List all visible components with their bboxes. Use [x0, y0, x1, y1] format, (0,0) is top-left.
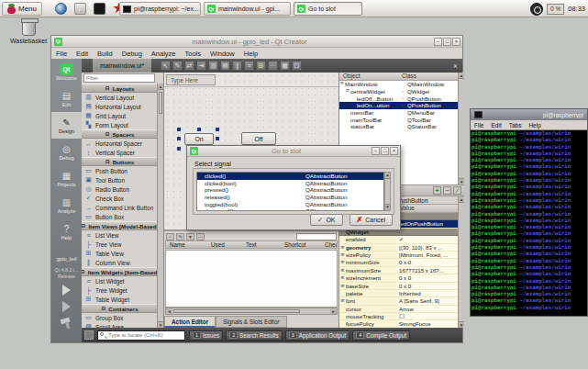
action-horizontal-scrollbar[interactable]: ◄ ► — [165, 308, 338, 315]
property-expander-icon[interactable]: ⊞ — [339, 244, 346, 251]
mode-button[interactable]: ▦ Projects — [51, 165, 82, 192]
property-value[interactable]: 0 x 0 — [396, 274, 458, 281]
terminal-menu-item[interactable]: Help — [525, 122, 544, 129]
column-object[interactable]: Object — [339, 73, 402, 80]
dialog-titlebar[interactable]: Qt Go to slot − □ × — [187, 146, 400, 157]
maximize-button[interactable]: □ — [443, 38, 451, 46]
property-row[interactable]: ⊞ font A [Sans Serif, 9] — [339, 297, 458, 305]
scroll-down-icon[interactable]: ▼ — [385, 204, 390, 210]
widget-box-row[interactable]: ▤ Horizontal Layout — [82, 102, 157, 111]
menu-type-here-stub[interactable]: Type Here — [166, 74, 216, 85]
taskbar-window-terminal[interactable]: pi@raspberrypi: ~/ex... — [119, 2, 201, 16]
toolbar-icon[interactable]: ⋯ — [268, 61, 278, 71]
qt-creator-titlebar[interactable]: Qt mainwindow.ui - gpio_led - Qt Creator… — [51, 36, 462, 48]
property-row[interactable]: mouseTracking ☐ — [339, 313, 458, 320]
property-row[interactable]: ⊞ sizePolicy [Minimum, Fixed, ... — [339, 252, 458, 259]
taskbar-window-qtcreator[interactable]: Qt mainwindow.ui - gpi... — [204, 2, 291, 16]
column-value[interactable]: Value — [396, 205, 458, 212]
property-row[interactable]: ⊞ sizeIncrement 0 x 0 — [339, 274, 458, 282]
widget-box-row[interactable]: ├ Tree Widget — [82, 285, 157, 295]
web-browser-icon[interactable] — [55, 3, 67, 15]
signal-list-item[interactable]: released() QAbstractButton — [197, 194, 383, 201]
output-pane-button[interactable]: 1 Issues — [189, 330, 223, 341]
maximize-button[interactable]: □ — [381, 147, 389, 155]
widget-box-row[interactable]: ⊟ Layouts — [82, 84, 157, 93]
property-expander-icon[interactable]: ⊞ — [339, 297, 346, 304]
widget-box-row[interactable]: ⊟ Spacers — [82, 129, 157, 139]
menu-button[interactable]: Menu — [2, 2, 42, 16]
menu-item[interactable]: Build — [93, 50, 117, 58]
file-manager-icon[interactable] — [74, 3, 86, 15]
signal-list-item[interactable]: clicked() QAbstractButton — [197, 173, 383, 180]
terminal-menu-item[interactable]: File — [471, 122, 487, 129]
widget-box-row[interactable]: ▥ Vertical Layout — [82, 93, 157, 102]
signal-list-item[interactable]: clicked(bool) QAbstractButton — [197, 180, 383, 187]
property-value[interactable]: ledOnPushButton — [396, 220, 458, 227]
property-value[interactable]: A [Sans Serif, 9] — [396, 297, 458, 304]
locator-input[interactable] — [97, 330, 185, 341]
run-button[interactable] — [62, 285, 71, 296]
selection-handle[interactable] — [216, 137, 219, 140]
widget-box-row[interactable]: ▭ Group Box — [82, 313, 157, 322]
signal-list-item[interactable]: toggled(bool) QAbstractButton — [197, 200, 383, 207]
property-row[interactable]: focusPolicy StrongFocus — [339, 320, 458, 328]
widget-box-row[interactable]: ▭ Push Button — [82, 166, 157, 175]
widget-filter-input[interactable] — [83, 73, 155, 83]
terminal-icon[interactable] — [94, 3, 105, 15]
signal-list-item[interactable]: destroyed() QObject — [197, 207, 383, 211]
property-row[interactable]: enabled ✓ — [339, 236, 458, 243]
widget-box-row[interactable]: ▭ Button Box — [82, 212, 157, 221]
toolbar-icon[interactable]: ↖ — [161, 61, 171, 71]
menu-item[interactable]: File — [51, 50, 72, 58]
mode-button[interactable]: ✎ Design — [51, 112, 82, 139]
object-tree-row[interactable]: ledOff...Button ▫ QPushButton — [339, 95, 458, 102]
bottom-pane-tab[interactable]: Signals & Slots Editor — [216, 316, 286, 328]
property-expander-icon[interactable]: ⊞ — [339, 283, 346, 289]
widget-box-row[interactable]: → Command Link Button — [82, 203, 157, 212]
close-button[interactable]: × — [452, 38, 460, 46]
widget-box-row[interactable]: ▚ Form Layout — [82, 120, 157, 129]
column-class[interactable]: Class — [402, 73, 458, 80]
widget-box-row[interactable]: ⊞ Table Widget — [82, 295, 157, 304]
taskbar-window-go-to-slot[interactable]: Qt Go to slot — [294, 2, 362, 16]
signal-list-scrollbar[interactable]: ▲ ▼ — [384, 172, 391, 211]
scroll-down-icon[interactable]: ▼ — [459, 178, 464, 184]
object-tree-row[interactable]: mainToolBar QToolBar — [339, 116, 458, 123]
property-editor-scrollbar[interactable]: ▲ ▼ — [458, 196, 464, 328]
property-expander-icon[interactable] — [339, 236, 346, 242]
property-value[interactable]: StrongFocus — [396, 320, 458, 327]
property-value[interactable]: Arrow — [396, 306, 458, 312]
property-expander-icon[interactable]: ⊞ — [339, 267, 346, 274]
toolbar-icon[interactable]: ▦ — [280, 61, 290, 71]
property-row[interactable]: ⊞ baseSize 0 x 0 — [339, 283, 458, 290]
property-value[interactable]: [(30, 110), 83 x ... — [396, 244, 458, 251]
clock[interactable]: 08:33 — [568, 5, 585, 13]
property-expander-icon[interactable]: ⊞ — [339, 259, 346, 265]
action-filter-input[interactable] — [296, 233, 337, 240]
scroll-thumb[interactable] — [159, 92, 162, 114]
pane-toolbar-icon[interactable]: + — [433, 186, 441, 195]
menu-item[interactable]: Debug — [117, 50, 147, 58]
mode-button[interactable]: ◎ Debug — [51, 139, 82, 165]
scroll-right-icon[interactable]: ► — [330, 308, 337, 314]
widget-box-row[interactable]: ∥ Column View — [82, 258, 157, 267]
output-pane-button[interactable]: 3 Application Output — [285, 330, 349, 341]
selection-handle[interactable] — [197, 128, 201, 131]
property-value[interactable]: [Minimum, Fixed, ... — [396, 252, 458, 258]
column-text[interactable]: Text — [242, 241, 281, 248]
column-shortcut[interactable]: Shortcut — [281, 241, 321, 248]
pane-toolbar-icon[interactable]: ∕ — [453, 186, 461, 195]
toolbar-icon[interactable]: ∥ — [232, 61, 242, 71]
toolbar-icon[interactable]: ▤ — [220, 61, 230, 71]
property-value[interactable]: 0 x 0 — [396, 283, 458, 289]
signal-list-item[interactable]: pressed() QAbstractButton — [197, 186, 383, 194]
terminal-titlebar[interactable]: pi@raspberrypi — [471, 109, 587, 120]
off-push-button[interactable]: Off — [241, 132, 276, 145]
build-button[interactable] — [61, 318, 72, 329]
toolbar-icon[interactable]: ▥ — [208, 61, 218, 71]
selection-handle[interactable] — [216, 128, 219, 131]
scroll-thumb[interactable] — [173, 309, 300, 313]
widget-box-row[interactable]: ⊟ Containers — [82, 304, 157, 313]
wastebasket-desktop-icon[interactable]: Wastebasket — [2, 20, 55, 44]
selection-handle[interactable] — [177, 128, 181, 131]
